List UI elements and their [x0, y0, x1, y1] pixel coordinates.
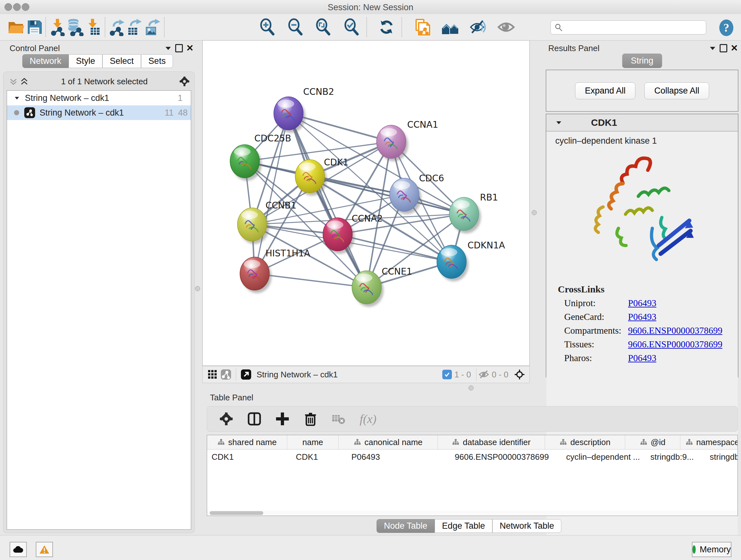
- protein-structure-image: [546, 148, 738, 275]
- table-cell[interactable]: P06493: [347, 449, 450, 464]
- left-splitter-grip[interactable]: [195, 286, 200, 291]
- zoom-fit-icon[interactable]: [314, 18, 332, 36]
- column-tree-icon: [217, 438, 225, 446]
- show-all-icon[interactable]: [497, 18, 515, 36]
- refresh-icon[interactable]: [378, 18, 395, 36]
- collapse-all-button[interactable]: Collapse All: [644, 82, 709, 99]
- tab-string[interactable]: String: [622, 54, 662, 68]
- network-node-CCNB2[interactable]: CCNB2: [274, 86, 334, 133]
- add-column-icon[interactable]: [275, 412, 289, 426]
- collapse-all-networks-icon[interactable]: [8, 77, 19, 86]
- control-panel-float-button[interactable]: [174, 44, 185, 53]
- table-cell[interactable]: cyclin–dependent ...: [562, 449, 646, 464]
- zoom-in-icon[interactable]: [259, 18, 276, 36]
- tab-network[interactable]: Network: [22, 54, 69, 68]
- gene-collapse-icon[interactable]: [556, 121, 561, 124]
- column-header-namespace[interactable]: namespace: [680, 435, 738, 449]
- network-node-CDC6[interactable]: CDC6: [390, 173, 444, 214]
- network-node-CCNE1[interactable]: CCNE1: [352, 266, 412, 307]
- crosslink-link[interactable]: 9606.ENSP00000378699: [628, 339, 723, 350]
- table-cell[interactable]: 9606.ENSP00000378699: [450, 449, 562, 464]
- network-collection-row[interactable]: String Network – cdk1 1: [7, 91, 191, 105]
- bottom-splitter-grip[interactable]: [468, 385, 474, 390]
- show-columns-icon[interactable]: [247, 412, 261, 426]
- table-row[interactable]: CDK1CDK1P064939606.ENSP00000378699cyclin…: [207, 449, 738, 464]
- zoom-out-icon[interactable]: [286, 18, 305, 36]
- expand-all-button[interactable]: Expand All: [575, 82, 636, 99]
- import-network-icon[interactable]: [49, 18, 67, 36]
- cloud-button[interactable]: [10, 542, 27, 557]
- table-cell[interactable]: stringdb:9...: [646, 449, 705, 464]
- table-cell[interactable]: stringdb: [705, 449, 738, 464]
- export-image-icon[interactable]: [144, 18, 161, 36]
- first-neighbors-icon[interactable]: [441, 18, 459, 36]
- memory-button[interactable]: Memory: [692, 542, 731, 557]
- tab-select[interactable]: Select: [103, 54, 141, 68]
- search-input[interactable]: [565, 22, 706, 33]
- collection-expand-icon[interactable]: [15, 97, 19, 99]
- column-header-canonical-name[interactable]: canonical name: [339, 435, 438, 449]
- network-edge[interactable]: [288, 113, 367, 287]
- control-panel-menu-button[interactable]: [163, 44, 174, 53]
- column-header-description[interactable]: description: [545, 435, 625, 449]
- results-panel-menu-button[interactable]: [707, 44, 718, 53]
- help-icon[interactable]: ?: [718, 19, 735, 37]
- network-canvas[interactable]: CCNB2CCNA1CDC25BCDK1CDC6RB1CCNB1CCNA2CDK…: [202, 40, 530, 366]
- crosslink-link[interactable]: P06493: [628, 353, 657, 363]
- main-toolbar: ?: [0, 14, 741, 41]
- control-panel-close-button[interactable]: ✕: [185, 44, 195, 53]
- network-icon: [24, 107, 35, 118]
- tab-network-table[interactable]: Network Table: [492, 519, 562, 533]
- network-list: String Network – cdk1 1 String Network –…: [7, 90, 191, 530]
- tab-sets[interactable]: Sets: [141, 54, 173, 68]
- save-session-icon[interactable]: [25, 18, 44, 36]
- crosslink-link[interactable]: 9606.ENSP00000378699: [628, 325, 723, 336]
- hide-selected-icon[interactable]: [469, 18, 487, 36]
- results-panel-float-button[interactable]: [718, 44, 729, 53]
- table-cell[interactable]: CDK1: [207, 449, 291, 464]
- birds-eye-view-icon[interactable]: [207, 370, 218, 379]
- network-node-RB1[interactable]: RB1: [449, 192, 498, 233]
- export-table-icon[interactable]: [126, 18, 144, 36]
- table-hscrollbar-thumb[interactable]: [210, 511, 263, 515]
- export-network-icon[interactable]: [109, 18, 126, 36]
- open-session-icon[interactable]: [7, 18, 25, 36]
- tab-node-table[interactable]: Node Table: [377, 519, 434, 533]
- table-gear-icon[interactable]: [219, 412, 233, 426]
- control-panel-tabs: NetworkStyleSelectSets: [22, 54, 173, 68]
- node-table: shared namenamecanonical namedatabase id…: [207, 435, 738, 516]
- expand-all-networks-icon[interactable]: [19, 77, 30, 86]
- network-share-icon[interactable]: [220, 370, 231, 379]
- warnings-button[interactable]: [36, 542, 53, 557]
- clone-network-icon[interactable]: [413, 18, 431, 36]
- results-panel-close-button[interactable]: ✕: [729, 44, 740, 53]
- crosslink-link[interactable]: P06493: [628, 298, 657, 308]
- network-options-gear-icon[interactable]: [179, 77, 190, 86]
- column-header-@id[interactable]: @id: [625, 435, 680, 449]
- network-node-CDKN1A[interactable]: CDKN1A: [437, 240, 505, 281]
- fit-selected-crosshair-icon[interactable]: [514, 370, 525, 379]
- column-header-database-identifier[interactable]: database identifier: [438, 435, 545, 449]
- network-node-CCNB1[interactable]: CCNB1: [238, 200, 296, 244]
- open-in-new-window-icon[interactable]: [241, 370, 252, 379]
- network-node-HIST1H1A[interactable]: HIST1H1A: [240, 248, 310, 293]
- search-field[interactable]: [550, 20, 706, 35]
- zoom-selected-icon[interactable]: [343, 18, 360, 36]
- network-row-selected[interactable]: String Network – cdk1 11 48: [7, 105, 191, 120]
- network-selection-status: 1 of 1 Network selected: [30, 77, 179, 86]
- selected-checkbox-icon[interactable]: [442, 370, 452, 379]
- node-label: CDK1: [324, 157, 348, 168]
- delete-column-icon[interactable]: [304, 412, 318, 426]
- tab-edge-table[interactable]: Edge Table: [434, 519, 492, 533]
- tab-style[interactable]: Style: [69, 54, 103, 68]
- table-cell[interactable]: CDK1: [291, 449, 347, 464]
- column-header-name[interactable]: name: [287, 435, 339, 449]
- import-network-from-database-icon[interactable]: [66, 18, 84, 36]
- import-table-icon[interactable]: [84, 18, 102, 36]
- right-splitter-grip[interactable]: [532, 210, 537, 215]
- network-node-CDK1[interactable]: CDK1: [295, 157, 348, 196]
- crosslink-link[interactable]: P06493: [628, 312, 657, 322]
- column-header-shared-name[interactable]: shared name: [207, 435, 287, 449]
- network-node-CCNA1[interactable]: CCNA1: [377, 119, 438, 161]
- table-hscrollbar[interactable]: [207, 510, 738, 516]
